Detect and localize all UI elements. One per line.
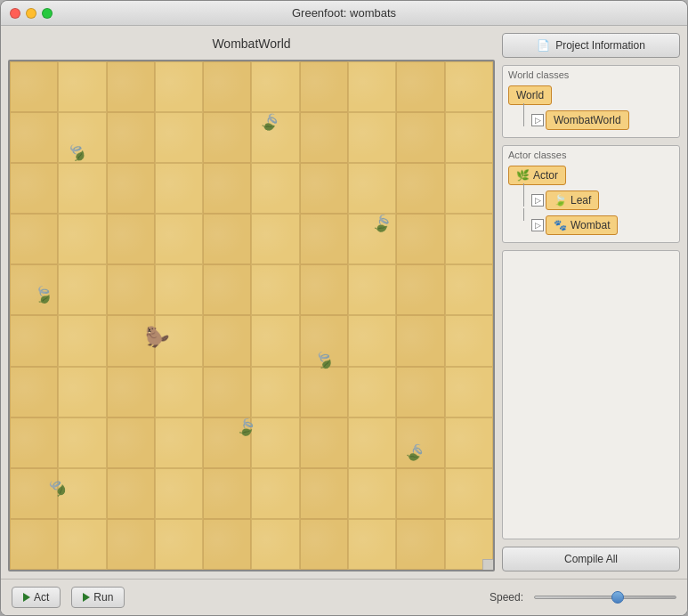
run-play-icon [83,593,90,602]
grid-cell [300,163,348,214]
wombat-world-node: ▷ WombatWorld [517,107,674,130]
wombat-icon: 🐾 [554,219,567,231]
tree-connector-actor1 [517,183,530,207]
wombat-sprite: 🦫 [145,326,169,349]
close-button[interactable] [10,8,20,19]
grid-cell [396,264,444,315]
world-classes-section: World classes World [502,65,680,138]
act-label: Act [34,591,49,604]
world-class-label: World [516,89,544,101]
leaf-sprite: 🍃 [32,283,54,305]
grid-cell [58,61,106,112]
document-icon: 📄 [537,39,550,52]
title-bar: Greenfoot: wombats [1,1,687,26]
wombat-row: ▷ 🐾 Wombat [531,215,618,235]
grid-cell [58,417,106,468]
run-label: Run [93,591,113,604]
grid-cell [445,315,493,366]
grid-cell [445,417,493,468]
grid-cell [348,468,396,519]
minimize-button[interactable] [26,8,36,19]
grid-cell [203,519,251,570]
leaf-class-box[interactable]: 🍃 Leaf [546,190,599,210]
world-grid-container[interactable]: 🍃🍃🍃🍃🍃🍃🍃🍃 🦫 [8,60,495,571]
grid-cell [251,214,299,264]
grid-cell [155,519,203,570]
grid-cell [445,112,493,163]
grid-cell [155,112,203,163]
grid-cell [300,367,348,417]
speed-slider[interactable] [534,596,676,599]
grid-cell [203,61,251,112]
grid-cell [58,519,106,570]
tree-line-vb [523,208,524,221]
grid-cell [58,163,106,214]
world-class-box[interactable]: World [508,85,552,105]
grid-cell [396,112,444,163]
grid-cell [10,214,58,264]
grid-cell [445,264,493,315]
wombat-world-class-label: WombatWorld [554,114,621,126]
tree-line-v2 [523,114,524,126]
left-panel: WombatWorld 🍃🍃🍃🍃🍃🍃🍃🍃 🦫 [8,33,495,571]
grid-cell [251,367,299,417]
actor-classes-section: Actor classes 🌿 Actor [502,145,680,243]
actor-class-label: Actor [533,169,558,182]
grid-cell [348,163,396,214]
leaf-node: ▷ 🍃 Leaf [517,187,674,210]
grid-cell [107,61,155,112]
grid-cell [107,519,155,570]
tree-line-va [523,183,524,194]
grid-cell [10,112,58,163]
grid-cell [10,519,58,570]
grid-cell [396,468,444,519]
wombat-world-row: ▷ WombatWorld [531,110,629,130]
tree-arrow-leaf: ▷ [531,194,544,207]
grid-cell [10,417,58,468]
grid-cell [300,61,348,112]
world-classes-label: World classes [508,69,674,80]
leaf-class-label: Leaf [571,194,591,207]
wombat-class-box[interactable]: 🐾 Wombat [546,215,618,235]
grid-cell [107,367,155,417]
grid-cell [300,519,348,570]
grid-cell [58,315,106,366]
run-button[interactable]: Run [71,587,125,608]
grid-cell [58,367,106,417]
bottom-controls: Act Run Speed: [1,579,687,615]
grid-cell [251,61,299,112]
grid-cell [251,417,299,468]
grid-cell [445,61,493,112]
grid-cell [251,163,299,214]
act-button[interactable]: Act [12,587,61,608]
right-panel: 📄 Project Information World classes Worl… [502,33,680,571]
wombat-world-class-box[interactable]: WombatWorld [546,110,629,130]
project-info-button[interactable]: 📄 Project Information [502,33,680,58]
project-info-label: Project Information [555,39,645,52]
grid-cell [300,417,348,468]
grid-cell [251,315,299,366]
traffic-lights [10,8,53,19]
main-window: Greenfoot: wombats WombatWorld 🍃🍃🍃🍃🍃🍃🍃🍃 … [0,0,688,616]
leaf-sprite: 🍃 [235,416,257,438]
grid-cell [155,417,203,468]
world-grid [10,61,493,570]
actor-class-box[interactable]: 🌿 Actor [508,166,566,185]
maximize-button[interactable] [42,8,53,19]
grid-cell [396,214,444,264]
grid-cell [348,112,396,163]
compile-button[interactable]: Compile All [502,547,680,571]
actor-classes-label: Actor classes [508,150,674,160]
world-class-node: World [508,85,674,105]
actor-class-tree: 🌿 Actor ▷ 🍃 [508,166,674,235]
scrollbar-corner [482,559,493,570]
grid-cell [251,519,299,570]
grid-cell [10,163,58,214]
tree-arrow-world: ▷ [531,114,544,126]
grid-cell [348,61,396,112]
grid-cell [348,264,396,315]
grid-cell [348,417,396,468]
leaf-icon: 🍃 [554,194,567,207]
grid-cell [107,163,155,214]
grid-cell [155,163,203,214]
